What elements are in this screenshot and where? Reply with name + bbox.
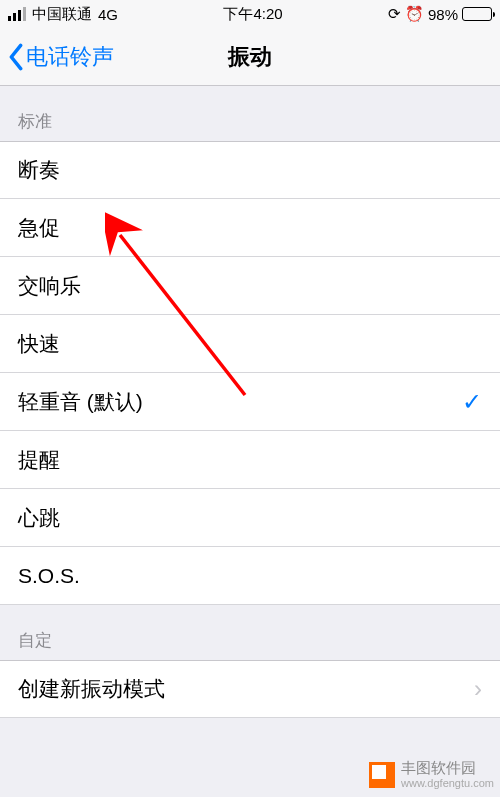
list-item-label: 轻重音 (默认) [18, 388, 143, 416]
battery-percent: 98% [428, 6, 458, 23]
battery-icon [462, 7, 492, 21]
vibration-item-sos[interactable]: S.O.S. [0, 547, 500, 605]
back-label: 电话铃声 [26, 42, 114, 72]
status-left: 中国联通 4G [8, 5, 118, 24]
vibration-item-tixing[interactable]: 提醒 [0, 431, 500, 489]
list-item-label: 急促 [18, 214, 60, 242]
status-right: ⟳ ⏰ 98% [388, 5, 492, 23]
status-bar: 中国联通 4G 下午4:20 ⟳ ⏰ 98% [0, 0, 500, 28]
vibration-item-qingzhongyin[interactable]: 轻重音 (默认) ✓ [0, 373, 500, 431]
vibration-item-jicu[interactable]: 急促 [0, 199, 500, 257]
back-button[interactable]: 电话铃声 [0, 42, 114, 72]
vibration-item-jiaoxiangyue[interactable]: 交响乐 [0, 257, 500, 315]
list-item-label: S.O.S. [18, 564, 80, 588]
signal-icon [8, 7, 26, 21]
vibration-item-kuaisu[interactable]: 快速 [0, 315, 500, 373]
watermark-title: 丰图软件园 [401, 760, 494, 777]
vibration-item-duanzou[interactable]: 断奏 [0, 141, 500, 199]
chevron-left-icon [8, 43, 24, 71]
watermark: 丰图软件园 www.dgfengtu.com [369, 760, 494, 789]
chevron-right-icon: › [474, 675, 482, 703]
section-header-custom: 自定 [0, 605, 500, 660]
checkmark-icon: ✓ [462, 388, 482, 416]
list-item-label: 提醒 [18, 446, 60, 474]
watermark-url: www.dgfengtu.com [401, 777, 494, 789]
section-header-standard: 标准 [0, 86, 500, 141]
create-vibration-row[interactable]: 创建新振动模式 › [0, 660, 500, 718]
page-title: 振动 [228, 42, 272, 72]
list-item-label: 交响乐 [18, 272, 81, 300]
nav-bar: 电话铃声 振动 [0, 28, 500, 86]
alarm-icon: ⏰ [405, 5, 424, 23]
list-item-label: 心跳 [18, 504, 60, 532]
list-item-label: 创建新振动模式 [18, 675, 165, 703]
network-label: 4G [98, 6, 118, 23]
watermark-logo-icon [369, 762, 395, 788]
orientation-lock-icon: ⟳ [388, 5, 401, 23]
carrier-label: 中国联通 [32, 5, 92, 24]
list-item-label: 快速 [18, 330, 60, 358]
vibration-item-xintiao[interactable]: 心跳 [0, 489, 500, 547]
list-item-label: 断奏 [18, 156, 60, 184]
status-time: 下午4:20 [223, 5, 282, 24]
